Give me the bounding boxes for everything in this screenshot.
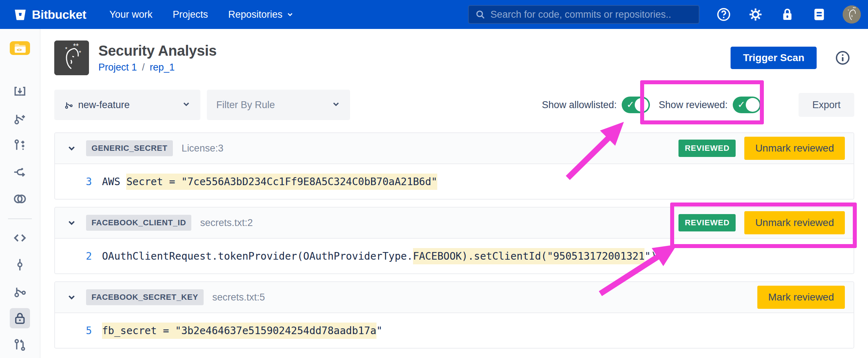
user-avatar[interactable]: *** bbox=[843, 5, 861, 24]
show-reviewed-toggle[interactable]: ✓ bbox=[733, 97, 761, 113]
reviewed-status-badge: REVIEWED bbox=[678, 214, 736, 231]
feedback-icon[interactable] bbox=[811, 6, 827, 23]
finding-card-generic-secret: GENERIC_SECRET License:3 REVIEWED Unmark… bbox=[54, 132, 854, 200]
clone-icon[interactable] bbox=[10, 82, 30, 102]
left-sidebar: <> bbox=[0, 29, 41, 358]
nav-icon-buttons: *** bbox=[715, 5, 861, 24]
help-icon[interactable] bbox=[715, 6, 732, 23]
collapse-chevron-icon[interactable] bbox=[67, 143, 77, 153]
info-icon[interactable] bbox=[835, 50, 851, 66]
check-icon: ✓ bbox=[626, 99, 634, 110]
code-line: AWS Secret = "7ce556A3bD234Cc1Ff9E8A5C32… bbox=[102, 176, 437, 188]
title-block: Security Analysis Project 1 / rep_1 bbox=[98, 43, 217, 73]
collapse-chevron-icon[interactable] bbox=[67, 292, 77, 302]
collapse-chevron-icon[interactable] bbox=[67, 218, 77, 228]
chevron-down-icon bbox=[331, 99, 341, 110]
finding-header: GENERIC_SECRET License:3 REVIEWED Unmark… bbox=[55, 133, 854, 164]
rule-filter-dropdown[interactable]: Filter By Rule bbox=[207, 90, 350, 120]
bitbucket-security-analysis-page: Bitbucket Your work Projects Repositorie… bbox=[0, 0, 868, 358]
trigger-scan-button[interactable]: Trigger Scan bbox=[731, 47, 817, 69]
chevron-down-icon bbox=[286, 10, 294, 18]
breadcrumb-separator: / bbox=[142, 62, 145, 73]
reviewed-status-badge: REVIEWED bbox=[678, 140, 736, 157]
nav-link-projects[interactable]: Projects bbox=[173, 9, 208, 20]
bitbucket-bucket-icon bbox=[13, 7, 27, 22]
breadcrumb-repo-link[interactable]: rep_1 bbox=[150, 62, 175, 73]
main-content: **** Security Analysis Project 1 / rep_1… bbox=[41, 29, 868, 358]
source-code-icon[interactable] bbox=[10, 228, 30, 248]
branch-icon bbox=[64, 100, 74, 110]
finding-card-facebook-secret-key: FACEBOOK_SECRET_KEY secrets.txt:5 Mark r… bbox=[54, 281, 854, 349]
svg-text:**: ** bbox=[73, 42, 79, 50]
pipelines-icon[interactable] bbox=[10, 162, 30, 182]
finding-header: FACEBOOK_CLIENT_ID secrets.txt:2 REVIEWE… bbox=[55, 208, 854, 239]
svg-text:*: * bbox=[848, 9, 849, 12]
nav-link-your-work[interactable]: Your work bbox=[109, 9, 152, 20]
unmark-reviewed-button[interactable]: Unmark reviewed bbox=[744, 211, 845, 234]
nav-links: Your work Projects Repositories bbox=[109, 9, 294, 20]
secret-highlight: fb_secret = "3b2e464637e5159024254dd78aa… bbox=[102, 323, 376, 339]
nav-link-repositories[interactable]: Repositories bbox=[228, 9, 294, 20]
breadcrumb: Project 1 / rep_1 bbox=[98, 62, 217, 73]
show-allowlisted-label: Show allowlisted: bbox=[542, 99, 617, 111]
line-number[interactable]: 5 bbox=[75, 325, 92, 337]
code-line: fb_secret = "3b2e464637e5159024254dd78aa… bbox=[102, 325, 382, 337]
page-title: Security Analysis bbox=[98, 43, 217, 59]
toggle-knob bbox=[635, 98, 648, 112]
check-icon: ✓ bbox=[737, 99, 745, 110]
branches-icon[interactable] bbox=[10, 281, 30, 302]
show-allowlisted-toggle[interactable]: ✓ bbox=[622, 97, 650, 113]
toggle-group: Show allowlisted: ✓ Show reviewed: ✓ Exp… bbox=[542, 93, 854, 117]
rule-badge: GENERIC_SECRET bbox=[86, 140, 173, 156]
rule-filter-placeholder: Filter By Rule bbox=[216, 99, 275, 111]
sidebar-divider bbox=[8, 218, 32, 219]
code-row: 5 fb_secret = "3b2e464637e5159024254dd78… bbox=[55, 313, 854, 348]
security-lock-icon[interactable] bbox=[779, 6, 796, 23]
export-button[interactable]: Export bbox=[799, 93, 854, 117]
global-search bbox=[468, 5, 699, 24]
security-icon[interactable] bbox=[10, 308, 30, 328]
secret-highlight: Secret = "7ce556A3bD234Cc1Ff9E8A5C324C0b… bbox=[126, 174, 437, 190]
finding-card-facebook-client-id: FACEBOOK_CLIENT_ID secrets.txt:2 REVIEWE… bbox=[54, 207, 854, 274]
branch-selector-dropdown[interactable]: new-feature bbox=[54, 90, 200, 120]
commits-icon[interactable] bbox=[10, 255, 30, 275]
create-branch-icon[interactable] bbox=[10, 108, 30, 129]
svg-text:<>: <> bbox=[17, 47, 22, 52]
finding-location: secrets.txt:5 bbox=[212, 292, 265, 303]
chevron-down-icon bbox=[182, 99, 191, 110]
breadcrumb-project-link[interactable]: Project 1 bbox=[98, 62, 137, 73]
search-input[interactable] bbox=[490, 9, 692, 20]
brand-name: Bitbucket bbox=[32, 8, 86, 22]
filter-row: new-feature Filter By Rule Show allowlis… bbox=[54, 90, 854, 120]
code-row: 3 AWS Secret = "7ce556A3bD234Cc1Ff9E8A5C… bbox=[55, 164, 854, 199]
sidebar-icon-list bbox=[8, 82, 32, 358]
search-icon bbox=[475, 9, 485, 20]
unmark-reviewed-button[interactable]: Unmark reviewed bbox=[744, 137, 845, 160]
settings-gear-icon[interactable] bbox=[747, 6, 764, 23]
svg-text:**: ** bbox=[853, 7, 856, 10]
show-reviewed-label: Show reviewed: bbox=[659, 99, 728, 111]
create-pull-request-icon[interactable] bbox=[10, 135, 30, 155]
deployments-icon[interactable] bbox=[10, 189, 30, 209]
top-nav: Bitbucket Your work Projects Repositorie… bbox=[0, 0, 868, 29]
page-header: **** Security Analysis Project 1 / rep_1… bbox=[54, 41, 854, 75]
branch-selector-value: new-feature bbox=[78, 99, 130, 111]
secret-highlight: FACEBOOK).setClientId("950513172001321 bbox=[413, 248, 645, 264]
repo-avatar-folder-code[interactable]: <> bbox=[10, 41, 30, 55]
code-line: OAuthClientRequest.tokenProvider(OAuthPr… bbox=[102, 250, 657, 262]
line-number[interactable]: 3 bbox=[75, 176, 92, 188]
svg-text:*: * bbox=[79, 50, 81, 56]
toggle-knob bbox=[746, 98, 760, 112]
rule-badge: FACEBOOK_SECRET_KEY bbox=[86, 289, 204, 305]
mark-reviewed-button[interactable]: Mark reviewed bbox=[757, 286, 845, 309]
line-number[interactable]: 2 bbox=[75, 250, 92, 262]
finding-location: License:3 bbox=[182, 143, 224, 154]
repo-face-avatar: **** bbox=[54, 41, 89, 75]
code-row: 2 OAuthClientRequest.tokenProvider(OAuth… bbox=[55, 239, 854, 273]
bitbucket-logo[interactable]: Bitbucket bbox=[13, 7, 86, 22]
rule-badge: FACEBOOK_CLIENT_ID bbox=[86, 215, 191, 231]
svg-text:*: * bbox=[65, 46, 67, 52]
pull-requests-icon[interactable] bbox=[10, 335, 30, 355]
finding-header: FACEBOOK_SECRET_KEY secrets.txt:5 Mark r… bbox=[55, 282, 854, 313]
finding-location: secrets.txt:2 bbox=[200, 217, 253, 229]
